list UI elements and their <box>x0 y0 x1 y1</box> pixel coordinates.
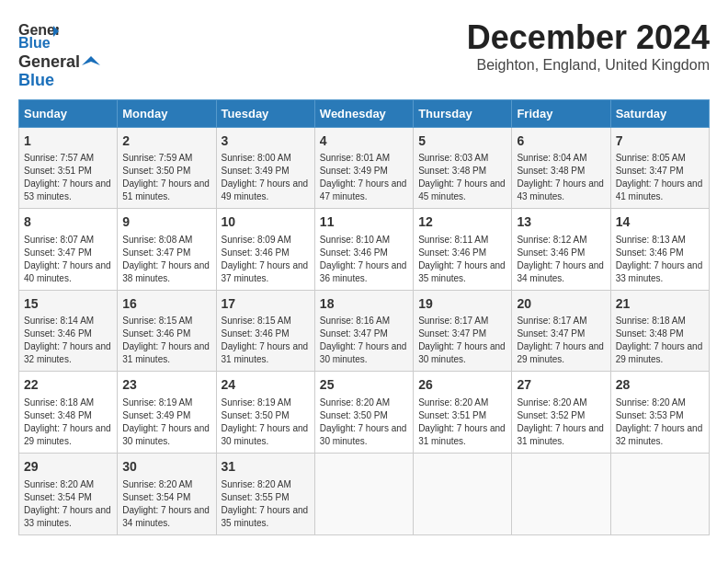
day-cell: 6Sunrise: 8:04 AMSunset: 3:48 PMDaylight… <box>512 127 610 209</box>
day-number: 27 <box>517 376 605 395</box>
logo-blue: Blue <box>18 72 54 90</box>
day-info: Sunrise: 8:15 AMSunset: 3:46 PMDaylight:… <box>122 315 210 366</box>
day-number: 30 <box>122 458 210 477</box>
week-row-5: 29Sunrise: 8:20 AMSunset: 3:54 PMDayligh… <box>19 453 710 534</box>
day-cell: 23Sunrise: 8:19 AMSunset: 3:49 PMDayligh… <box>118 372 216 454</box>
header-day-sunday: Sunday <box>19 99 118 127</box>
day-cell: 30Sunrise: 8:20 AMSunset: 3:54 PMDayligh… <box>118 453 216 534</box>
day-info: Sunrise: 8:20 AMSunset: 3:51 PMDaylight:… <box>418 396 506 448</box>
day-number: 20 <box>517 295 605 314</box>
header-day-friday: Friday <box>512 99 610 127</box>
day-number: 4 <box>320 132 408 151</box>
day-info: Sunrise: 8:16 AMSunset: 3:47 PMDaylight:… <box>320 315 408 366</box>
svg-text:Blue: Blue <box>18 35 51 51</box>
day-cell: 11Sunrise: 8:10 AMSunset: 3:46 PMDayligh… <box>314 209 413 291</box>
logo-general: General <box>18 52 80 71</box>
day-info: Sunrise: 7:59 AMSunset: 3:50 PMDaylight:… <box>122 152 210 203</box>
day-number: 5 <box>418 132 506 151</box>
day-number: 12 <box>418 213 506 232</box>
day-number: 31 <box>222 458 310 477</box>
day-number: 9 <box>122 213 210 232</box>
header-day-tuesday: Tuesday <box>216 99 314 127</box>
day-number: 24 <box>222 376 310 395</box>
day-number: 16 <box>122 295 210 314</box>
day-cell: 5Sunrise: 8:03 AMSunset: 3:48 PMDaylight… <box>414 127 512 209</box>
title-area: December 2024 Beighton, England, United … <box>467 18 710 74</box>
header: General Blue General Blue December 2024 … <box>18 18 710 90</box>
header-day-wednesday: Wednesday <box>314 99 413 127</box>
day-number: 14 <box>616 213 704 232</box>
day-cell: 29Sunrise: 8:20 AMSunset: 3:54 PMDayligh… <box>19 453 118 534</box>
header-day-thursday: Thursday <box>414 99 512 127</box>
svg-marker-3 <box>82 56 100 65</box>
week-row-2: 8Sunrise: 8:07 AMSunset: 3:47 PMDaylight… <box>19 209 710 291</box>
day-info: Sunrise: 8:03 AMSunset: 3:48 PMDaylight:… <box>418 152 506 203</box>
day-number: 18 <box>320 295 408 314</box>
day-number: 19 <box>418 295 506 314</box>
day-info: Sunrise: 8:07 AMSunset: 3:47 PMDaylight:… <box>24 234 112 285</box>
day-number: 21 <box>616 295 704 314</box>
day-info: Sunrise: 8:20 AMSunset: 3:53 PMDaylight:… <box>616 396 704 448</box>
day-cell: 31Sunrise: 8:20 AMSunset: 3:55 PMDayligh… <box>216 453 314 534</box>
day-info: Sunrise: 8:12 AMSunset: 3:46 PMDaylight:… <box>517 234 605 285</box>
day-info: Sunrise: 8:18 AMSunset: 3:48 PMDaylight:… <box>24 396 112 448</box>
day-cell: 8Sunrise: 8:07 AMSunset: 3:47 PMDaylight… <box>19 209 118 291</box>
day-cell: 1Sunrise: 7:57 AMSunset: 3:51 PMDaylight… <box>19 127 118 209</box>
day-cell: 9Sunrise: 8:08 AMSunset: 3:47 PMDaylight… <box>118 209 216 291</box>
day-info: Sunrise: 8:04 AMSunset: 3:48 PMDaylight:… <box>517 152 605 203</box>
day-cell: 3Sunrise: 8:00 AMSunset: 3:49 PMDaylight… <box>216 127 314 209</box>
day-number: 17 <box>222 295 310 314</box>
day-info: Sunrise: 8:17 AMSunset: 3:47 PMDaylight:… <box>418 315 506 366</box>
week-row-4: 22Sunrise: 8:18 AMSunset: 3:48 PMDayligh… <box>19 372 710 454</box>
day-info: Sunrise: 8:11 AMSunset: 3:46 PMDaylight:… <box>418 234 506 285</box>
day-info: Sunrise: 8:20 AMSunset: 3:50 PMDaylight:… <box>320 396 408 448</box>
day-cell: 25Sunrise: 8:20 AMSunset: 3:50 PMDayligh… <box>314 372 413 454</box>
day-cell <box>314 453 413 534</box>
day-info: Sunrise: 8:01 AMSunset: 3:49 PMDaylight:… <box>320 152 408 203</box>
day-cell: 15Sunrise: 8:14 AMSunset: 3:46 PMDayligh… <box>19 290 118 372</box>
day-number: 15 <box>24 295 112 314</box>
day-info: Sunrise: 8:09 AMSunset: 3:46 PMDaylight:… <box>222 234 310 285</box>
day-number: 1 <box>24 132 112 151</box>
day-cell <box>414 453 512 534</box>
day-info: Sunrise: 8:19 AMSunset: 3:50 PMDaylight:… <box>222 396 310 448</box>
day-number: 11 <box>320 213 408 232</box>
day-number: 23 <box>122 376 210 395</box>
header-day-saturday: Saturday <box>610 99 709 127</box>
day-cell: 14Sunrise: 8:13 AMSunset: 3:46 PMDayligh… <box>610 209 709 291</box>
day-number: 28 <box>616 376 704 395</box>
day-number: 26 <box>418 376 506 395</box>
day-number: 10 <box>222 213 310 232</box>
day-cell: 21Sunrise: 8:18 AMSunset: 3:48 PMDayligh… <box>610 290 709 372</box>
logo-icon: General Blue <box>18 18 59 52</box>
day-cell: 13Sunrise: 8:12 AMSunset: 3:46 PMDayligh… <box>512 209 610 291</box>
day-info: Sunrise: 8:10 AMSunset: 3:46 PMDaylight:… <box>320 234 408 285</box>
day-cell <box>512 453 610 534</box>
day-cell: 16Sunrise: 8:15 AMSunset: 3:46 PMDayligh… <box>118 290 216 372</box>
day-number: 22 <box>24 376 112 395</box>
day-cell: 24Sunrise: 8:19 AMSunset: 3:50 PMDayligh… <box>216 372 314 454</box>
header-day-monday: Monday <box>118 99 216 127</box>
day-cell: 27Sunrise: 8:20 AMSunset: 3:52 PMDayligh… <box>512 372 610 454</box>
day-number: 7 <box>616 132 704 151</box>
day-info: Sunrise: 8:20 AMSunset: 3:52 PMDaylight:… <box>517 396 605 448</box>
day-cell: 18Sunrise: 8:16 AMSunset: 3:47 PMDayligh… <box>314 290 413 372</box>
day-cell: 17Sunrise: 8:15 AMSunset: 3:46 PMDayligh… <box>216 290 314 372</box>
day-cell: 26Sunrise: 8:20 AMSunset: 3:51 PMDayligh… <box>414 372 512 454</box>
logo-bird <box>82 56 100 69</box>
day-info: Sunrise: 8:00 AMSunset: 3:49 PMDaylight:… <box>222 152 310 203</box>
day-info: Sunrise: 8:17 AMSunset: 3:47 PMDaylight:… <box>517 315 605 366</box>
logo: General Blue General Blue <box>18 18 100 90</box>
day-cell: 4Sunrise: 8:01 AMSunset: 3:49 PMDaylight… <box>314 127 413 209</box>
day-cell <box>610 453 709 534</box>
day-info: Sunrise: 8:14 AMSunset: 3:46 PMDaylight:… <box>24 315 112 366</box>
day-number: 29 <box>24 458 112 477</box>
day-info: Sunrise: 8:18 AMSunset: 3:48 PMDaylight:… <box>616 315 704 366</box>
day-cell: 28Sunrise: 8:20 AMSunset: 3:53 PMDayligh… <box>610 372 709 454</box>
day-number: 25 <box>320 376 408 395</box>
calendar-title: December 2024 <box>467 18 710 57</box>
day-info: Sunrise: 7:57 AMSunset: 3:51 PMDaylight:… <box>24 152 112 203</box>
header-row: SundayMondayTuesdayWednesdayThursdayFrid… <box>19 99 710 127</box>
week-row-3: 15Sunrise: 8:14 AMSunset: 3:46 PMDayligh… <box>19 290 710 372</box>
day-cell: 7Sunrise: 8:05 AMSunset: 3:47 PMDaylight… <box>610 127 709 209</box>
